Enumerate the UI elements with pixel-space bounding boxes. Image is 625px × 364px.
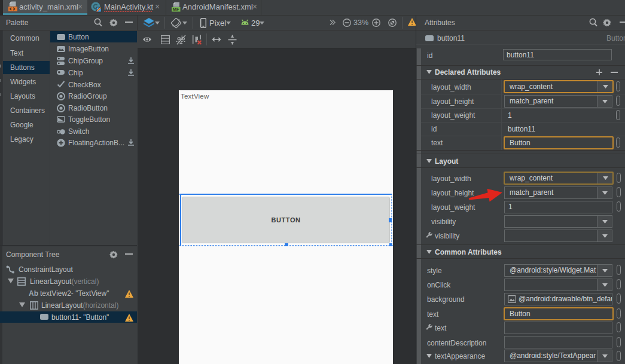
svg-text:MF: MF: [173, 7, 179, 12]
